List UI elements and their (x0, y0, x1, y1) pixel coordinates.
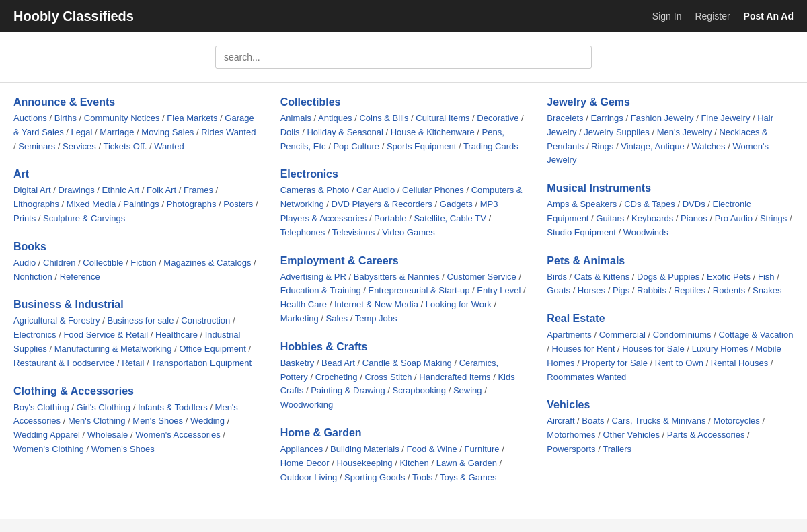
category-link[interactable]: Business for sale (107, 315, 174, 326)
category-link[interactable]: Housekeeping (336, 458, 392, 468)
category-link[interactable]: Folk Art (147, 185, 176, 195)
category-link[interactable]: Lawn & Garden (436, 458, 497, 468)
category-link[interactable]: Scrapbooking (393, 385, 447, 395)
category-link[interactable]: Appliances (280, 444, 323, 454)
category-link[interactable]: Video Games (382, 227, 435, 237)
category-link[interactable]: Cross Stitch (364, 372, 412, 382)
category-link[interactable]: Property for Sale (582, 358, 648, 368)
category-link[interactable]: Kitchen (399, 458, 428, 468)
category-link[interactable]: Portable (374, 213, 406, 223)
category-link[interactable]: Boy's Clothing (13, 402, 69, 412)
category-link[interactable]: Furniture (465, 444, 500, 454)
category-link[interactable]: Entrepreneurial & Start-up (368, 285, 469, 295)
category-link[interactable]: Motorcycles (713, 416, 759, 426)
category-link[interactable]: Motorhomes (547, 430, 595, 440)
category-link[interactable]: Houses for Rent (552, 344, 615, 354)
category-link[interactable]: Rides Wanted (201, 127, 256, 137)
category-link[interactable]: Cultural Items (416, 113, 469, 123)
category-link[interactable]: Audio (13, 258, 36, 268)
register-link[interactable]: Register (695, 11, 730, 22)
category-link[interactable]: Roommates Wanted (547, 372, 626, 382)
category-link[interactable]: Lithographs (13, 199, 59, 209)
category-link[interactable]: Digital Art (13, 185, 51, 195)
category-link[interactable]: Handcrafted Items (419, 372, 490, 382)
category-link[interactable]: Luxury Homes (692, 344, 748, 354)
category-link[interactable]: DVDs (683, 199, 705, 209)
category-link[interactable]: Sports Equipment (387, 141, 456, 151)
category-link[interactable]: Fashion Jewelry (631, 113, 694, 123)
category-link[interactable]: Entry Level (477, 285, 521, 295)
category-link[interactable]: Healthcare (155, 330, 198, 340)
category-link[interactable]: Rodents (713, 285, 745, 295)
category-link[interactable]: Keyboards (631, 213, 673, 223)
category-link[interactable]: Cottage & Vacation (718, 330, 793, 340)
category-link[interactable]: Boats (582, 416, 604, 426)
category-link[interactable]: Services (63, 141, 96, 151)
category-link[interactable]: Satellite, Cable TV (414, 213, 486, 223)
category-link[interactable]: Tools (412, 472, 432, 482)
category-link[interactable]: Goats (547, 285, 570, 295)
category-link[interactable]: Sewing (453, 385, 482, 395)
category-link[interactable]: Marketing (280, 313, 319, 324)
category-link[interactable]: Sporting Goods (344, 472, 405, 482)
category-link[interactable]: Frames (184, 185, 213, 195)
category-link[interactable]: Dolls (280, 127, 300, 137)
category-link[interactable]: Wedding (190, 416, 225, 426)
category-link[interactable]: Home Decor (280, 458, 330, 468)
category-link[interactable]: Children (43, 258, 75, 268)
category-link[interactable]: Condominiums (653, 330, 712, 340)
category-link[interactable]: Wedding Apparel (13, 430, 80, 440)
category-link[interactable]: Pigs (613, 285, 629, 295)
category-link[interactable]: Looking for Work (426, 299, 492, 309)
category-link[interactable]: Wholesale (87, 430, 128, 440)
category-link[interactable]: Community Notices (84, 113, 160, 123)
category-link[interactable]: Telephones (280, 227, 325, 237)
category-link[interactable]: Women's Accessories (135, 430, 221, 440)
category-link[interactable]: Magazines & Catalogs (163, 258, 251, 268)
category-link[interactable]: Jewelry Supplies (584, 127, 650, 137)
category-link[interactable]: Decorative (477, 113, 518, 123)
category-link[interactable]: Snakes (753, 285, 781, 295)
category-link[interactable]: Tickets Off. (103, 141, 147, 151)
category-link[interactable]: Wanted (154, 141, 184, 151)
category-link[interactable]: Studio Equipment (547, 227, 616, 237)
category-link[interactable]: Flea Markets (167, 113, 217, 123)
category-link[interactable]: Painting & Drawing (311, 385, 385, 395)
category-link[interactable]: Vintage, Antique (621, 141, 684, 151)
category-link[interactable]: Transportation Equipment (151, 358, 252, 368)
category-link[interactable]: Amps & Speakers (547, 199, 617, 209)
category-link[interactable]: House & Kitchenware (391, 127, 475, 137)
category-link[interactable]: Cameras & Photo (280, 185, 350, 195)
category-link[interactable]: Antiques (318, 113, 352, 123)
category-link[interactable]: Pianos (681, 213, 707, 223)
category-link[interactable]: Reference (60, 272, 100, 282)
category-link[interactable]: Temp Jobs (355, 313, 397, 324)
category-link[interactable]: Prints (13, 213, 36, 223)
category-link[interactable]: Rabbits (637, 285, 666, 295)
category-link[interactable]: Office Equipment (179, 344, 245, 354)
signin-link[interactable]: Sign In (652, 11, 682, 22)
category-link[interactable]: Cellular Phones (402, 185, 464, 195)
category-link[interactable]: Rings (591, 141, 613, 151)
category-link[interactable]: Fine Jewelry (701, 113, 750, 123)
category-link[interactable]: Bracelets (547, 113, 583, 123)
category-link[interactable]: Guitars (596, 213, 624, 223)
category-link[interactable]: Retail (122, 358, 144, 368)
category-link[interactable]: Crocheting (315, 372, 358, 382)
category-link[interactable]: Manufacturing & Metalworking (54, 344, 172, 354)
category-link[interactable]: Collectible (83, 258, 123, 268)
category-link[interactable]: Mixed Media (67, 199, 116, 209)
category-link[interactable]: Dogs & Puppies (637, 272, 699, 282)
category-link[interactable]: Men's Shoes (132, 416, 183, 426)
category-link[interactable]: Rent to Own (655, 358, 703, 368)
category-link[interactable]: DVD Players & Recorders (332, 199, 432, 209)
category-link[interactable]: Babysitters & Nannies (354, 272, 440, 282)
category-link[interactable]: Holiday & Seasonal (307, 127, 383, 137)
category-link[interactable]: Outdoor Living (280, 472, 338, 482)
category-link[interactable]: Aircraft (547, 416, 574, 426)
category-link[interactable]: Restaurant & Foodservice (13, 358, 114, 368)
post-ad-link[interactable]: Post An Ad (744, 11, 794, 22)
category-link[interactable]: Earrings (590, 113, 623, 123)
category-link[interactable]: Fiction (130, 258, 156, 268)
category-link[interactable]: Commercial (599, 330, 646, 340)
